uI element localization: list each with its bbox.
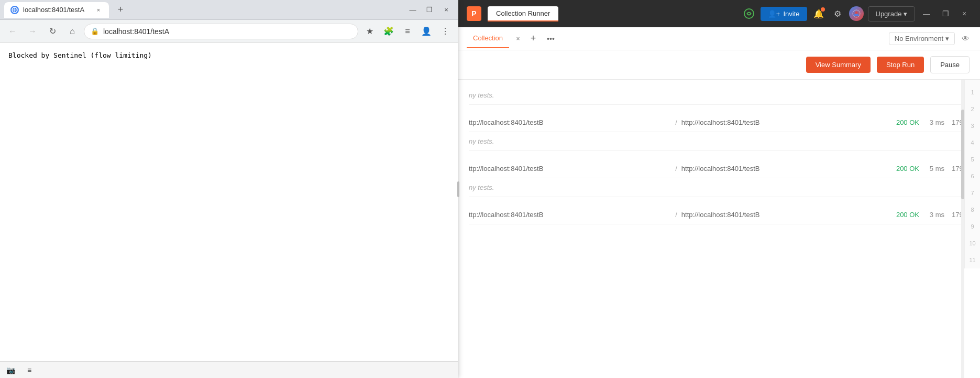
redirect-url-1: http://localhost:8401/testB	[681, 118, 884, 126]
postman-close-button[interactable]: ×	[957, 6, 972, 21]
redirect-url-2: http://localhost:8401/testB	[681, 165, 884, 172]
line-9: 9	[965, 218, 980, 235]
result-row-2[interactable]: ttp://localhost:8401/testB / http://loca…	[469, 159, 970, 178]
postman-maximize-button[interactable]: ❐	[938, 6, 953, 21]
stop-run-button[interactable]: Stop Run	[877, 57, 924, 73]
slash-3: /	[675, 211, 677, 219]
result-row-1[interactable]: ttp://localhost:8401/testB / http://loca…	[469, 113, 970, 132]
window-controls: — ❐ ×	[405, 3, 454, 17]
collection-tab[interactable]: Collection	[467, 29, 509, 48]
invite-button[interactable]: 👤+ Invite	[761, 7, 807, 21]
new-tab-button[interactable]: +	[113, 3, 128, 17]
runner-results: ny tests. ttp://localhost:8401/testB / h…	[458, 80, 980, 378]
no-tests-2: ny tests.	[469, 137, 970, 145]
playlist-button[interactable]: ≡	[399, 23, 416, 40]
pause-button[interactable]: Pause	[930, 56, 970, 73]
postman-header-right: 👤+ Invite 🔔 ⚙ Upgrade ▾ — ❐ ×	[742, 6, 972, 21]
result-section-4: ttp://localhost:8401/testB / http://loca…	[458, 199, 980, 226]
runner-toolbar: View Summary Stop Run Pause	[458, 50, 980, 80]
extensions-button[interactable]: 🧩	[380, 23, 397, 40]
settings-icon[interactable]: ⚙	[830, 6, 845, 21]
minimize-button[interactable]: —	[405, 3, 420, 17]
result-section-3: ttp://localhost:8401/testB / http://loca…	[458, 153, 980, 199]
line-1: 1	[965, 84, 980, 101]
result-row-3[interactable]: ttp://localhost:8401/testB / http://loca…	[469, 206, 970, 224]
forward-button[interactable]: →	[24, 23, 41, 40]
postman-panel: P Collection Runner 👤+ Invite 🔔 ⚙	[458, 0, 980, 378]
postman-header: P Collection Runner 👤+ Invite 🔔 ⚙	[458, 0, 980, 27]
svg-point-3	[744, 9, 754, 18]
no-tests-3: ny tests.	[469, 183, 970, 191]
runner-tabs: Collection × + ••• No Environment ▾ 👁	[458, 27, 980, 50]
environment-selector[interactable]: No Environment ▾	[889, 32, 955, 45]
slash-1: /	[675, 118, 677, 126]
notification-icon[interactable]: 🔔	[811, 6, 826, 21]
maximize-button[interactable]: ❐	[422, 3, 437, 17]
time-3: 3 ms	[923, 211, 944, 219]
scrollbar-thumb[interactable]	[961, 110, 964, 199]
postman-title-area: Collection Runner	[488, 6, 558, 21]
time-1: 3 ms	[923, 118, 944, 126]
slash-2: /	[675, 165, 677, 172]
env-eye-button[interactable]: 👁	[959, 33, 972, 45]
menu-lines-icon[interactable]: ≡	[23, 364, 36, 376]
postman-minimize-button[interactable]: —	[919, 6, 934, 21]
line-numbers: 1 2 3 4 5 6 7 8 9 10 11	[964, 80, 980, 268]
request-url-2: ttp://localhost:8401/testB	[469, 165, 671, 172]
runner-content: View Summary Stop Run Pause ny tests. tt…	[458, 50, 980, 378]
browser-tab[interactable]: localhost:8401/testA ×	[4, 2, 109, 18]
home-button[interactable]: ⌂	[64, 23, 81, 40]
line-8: 8	[965, 201, 980, 218]
browser-toolbar: ← → ↻ ⌂ 🔒 localhost:8401/testA ★ 🧩 ≡ 👤 ⋮	[0, 20, 458, 43]
browser-titlebar: localhost:8401/testA × + — ❐ ×	[0, 0, 458, 20]
line-6: 6	[965, 168, 980, 185]
back-button[interactable]: ←	[4, 23, 21, 40]
tab-favicon	[10, 6, 19, 14]
runner-area: Collection × + ••• No Environment ▾ 👁 Vi…	[458, 27, 980, 378]
address-url: localhost:8401/testA	[103, 27, 169, 36]
status-2: 200 OK	[888, 165, 919, 172]
invite-icon: 👤+	[768, 10, 780, 18]
address-lock-icon: 🔒	[91, 27, 99, 35]
refresh-button[interactable]: ↻	[44, 23, 61, 40]
tab-more-button[interactable]: •••	[544, 35, 558, 43]
request-url-3: ttp://localhost:8401/testB	[469, 211, 671, 219]
toolbar-actions: ★ 🧩 ≡ 👤 ⋮	[361, 23, 454, 40]
line-5: 5	[965, 151, 980, 168]
view-summary-button[interactable]: View Summary	[806, 57, 871, 73]
collection-tab-close[interactable]: ×	[513, 34, 523, 44]
line-4: 4	[965, 134, 980, 151]
notification-dot	[821, 7, 825, 12]
collection-runner-tab[interactable]: Collection Runner	[488, 6, 558, 21]
postman-logo: P	[467, 6, 481, 21]
upgrade-button[interactable]: Upgrade ▾	[868, 6, 916, 21]
address-bar[interactable]: 🔒 localhost:8401/testA	[84, 24, 358, 39]
tab-title: localhost:8401/testA	[23, 6, 84, 14]
no-tests-label: ny tests.	[469, 91, 970, 99]
line-10: 10	[965, 235, 980, 252]
scrollbar-track[interactable]	[961, 80, 964, 378]
sync-status-icon[interactable]	[742, 6, 756, 21]
status-3: 200 OK	[888, 211, 919, 219]
panel-resize-handle[interactable]	[456, 0, 461, 378]
blocked-text: Blocked by Sentinel (flow limiting)	[8, 51, 449, 59]
add-tab-button[interactable]: +	[527, 33, 539, 45]
result-row-no-tests-3: ny tests.	[469, 178, 970, 197]
bookmark-star-button[interactable]: ★	[361, 23, 378, 40]
result-row: ny tests.	[469, 86, 970, 105]
env-chevron-icon: ▾	[945, 35, 949, 42]
line-3: 3	[965, 117, 980, 134]
account-button[interactable]: 👤	[418, 23, 435, 40]
browser-window: localhost:8401/testA × + — ❐ × ← → ↻ ⌂ 🔒…	[0, 0, 458, 378]
camera-icon[interactable]: 📷	[4, 364, 17, 376]
browser-bottom-bar: 📷 ≡	[0, 361, 458, 378]
user-avatar[interactable]	[849, 6, 864, 21]
browser-page-content: Blocked by Sentinel (flow limiting)	[0, 43, 458, 361]
more-options-button[interactable]: ⋮	[437, 23, 454, 40]
line-2: 2	[965, 101, 980, 117]
result-section-2: ttp://localhost:8401/testB / http://loca…	[458, 107, 980, 153]
close-button[interactable]: ×	[439, 3, 454, 17]
tab-close-btn[interactable]: ×	[94, 6, 103, 14]
redirect-url-3: http://localhost:8401/testB	[681, 211, 884, 219]
request-url-1: ttp://localhost:8401/testB	[469, 118, 671, 126]
